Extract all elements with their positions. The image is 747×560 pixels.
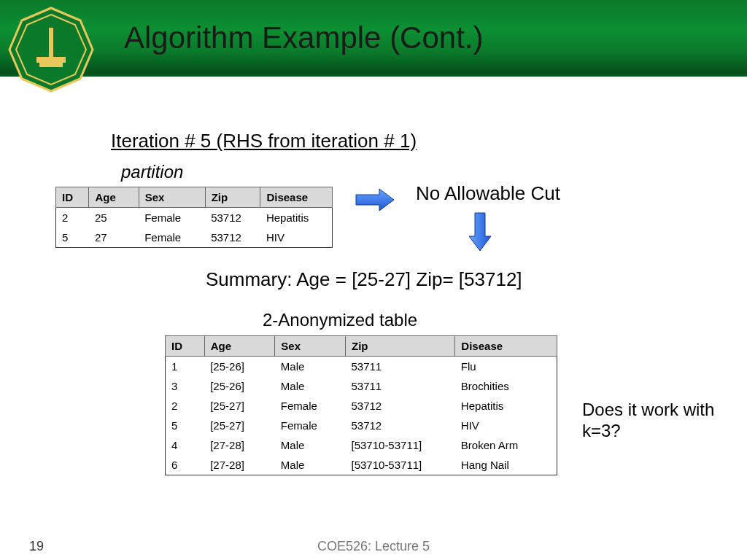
table-row: 3[25-26]Male53711Brochities: [166, 376, 557, 396]
table-cell: 2: [56, 208, 89, 228]
svg-marker-6: [469, 213, 491, 251]
no-allowable-cut-text: No Allowable Cut: [416, 182, 560, 205]
question-text: Does it work with k=3?: [582, 400, 728, 442]
anonymized-table: IDAgeSexZipDisease1[25-26]Male53711Flu3[…: [165, 335, 557, 475]
table-cell: 53712: [346, 416, 455, 435]
summary-text: Summary: Age = [25-27] Zip= [53712]: [206, 268, 522, 291]
table-cell: Male: [275, 376, 346, 396]
table-cell: Hepatitis: [260, 208, 333, 228]
column-header: Sex: [139, 187, 205, 208]
table-cell: [25-27]: [204, 396, 275, 416]
table-cell: 4: [166, 435, 205, 455]
table-cell: 53711: [346, 357, 455, 377]
partition-table: IDAgeSexZipDisease225Female53712Hepatiti…: [55, 187, 333, 248]
svg-rect-3: [36, 57, 66, 63]
table-cell: Hepatitis: [455, 396, 557, 416]
arrow-down-icon: [467, 211, 493, 254]
column-header: ID: [166, 336, 205, 357]
table-cell: [25-27]: [204, 416, 275, 435]
table-cell: Female: [275, 416, 346, 435]
table-row: 1[25-26]Male53711Flu: [166, 357, 557, 377]
table-cell: 27: [89, 228, 139, 248]
table-cell: Hang Nail: [455, 455, 557, 475]
table-cell: Female: [139, 208, 205, 228]
column-header: Zip: [346, 336, 455, 357]
table-cell: 2: [166, 396, 205, 416]
column-header: Age: [204, 336, 275, 357]
table-cell: [53710-53711]: [346, 435, 455, 455]
table-cell: 3: [166, 376, 205, 396]
table-row: 527Female53712HIV: [56, 228, 333, 248]
table-cell: Broken Arm: [455, 435, 557, 455]
table-cell: [25-26]: [204, 357, 275, 377]
table-row: 225Female53712Hepatitis: [56, 208, 333, 228]
column-header: Sex: [275, 336, 346, 357]
table-cell: Male: [275, 435, 346, 455]
table-cell: Female: [139, 228, 205, 248]
table-cell: Male: [275, 455, 346, 475]
anonymized-table-label: 2-Anonymized table: [263, 310, 417, 330]
table-cell: Male: [275, 357, 346, 377]
table-cell: 6: [166, 455, 205, 475]
table-cell: 53712: [346, 396, 455, 416]
arrow-right-icon: [355, 187, 397, 213]
slide-title: Algorithm Example (Cont.): [124, 20, 484, 55]
table-row: 5[25-27]Female53712HIV: [166, 416, 557, 435]
column-header: Zip: [205, 187, 260, 208]
table-cell: Female: [275, 396, 346, 416]
table-cell: 25: [89, 208, 139, 228]
column-header: Age: [89, 187, 139, 208]
column-header: ID: [56, 187, 89, 208]
table-row: 6[27-28]Male[53710-53711]Hang Nail: [166, 455, 557, 475]
table-cell: Flu: [455, 357, 557, 377]
column-header: Disease: [455, 336, 557, 357]
table-cell: [53710-53711]: [346, 455, 455, 475]
svg-rect-2: [49, 28, 53, 57]
svg-rect-4: [39, 63, 63, 67]
table-cell: HIV: [260, 228, 333, 248]
footer-text: COE526: Lecture 5: [0, 539, 747, 554]
table-cell: 53711: [346, 376, 455, 396]
table-cell: Brochities: [455, 376, 557, 396]
university-logo-icon: [7, 6, 95, 93]
table-cell: [27-28]: [204, 435, 275, 455]
table-cell: [27-28]: [204, 455, 275, 475]
table-cell: 5: [166, 416, 205, 435]
table-cell: 53712: [205, 228, 260, 248]
svg-marker-5: [356, 189, 394, 211]
table-cell: 5: [56, 228, 89, 248]
slide-header: Algorithm Example (Cont.): [0, 0, 747, 77]
partition-label: partition: [121, 162, 183, 182]
table-cell: HIV: [455, 416, 557, 435]
column-header: Disease: [260, 187, 333, 208]
table-cell: 53712: [205, 208, 260, 228]
table-row: 2[25-27]Female53712Hepatitis: [166, 396, 557, 416]
table-cell: 1: [166, 357, 205, 377]
iteration-heading: Iteration # 5 (RHS from iteration # 1): [111, 130, 417, 152]
table-row: 4[27-28]Male[53710-53711]Broken Arm: [166, 435, 557, 455]
table-cell: [25-26]: [204, 376, 275, 396]
